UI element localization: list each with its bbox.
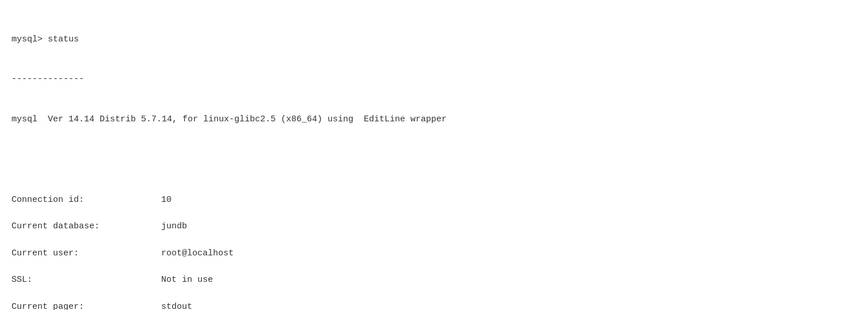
field-value: Not in use	[161, 275, 213, 285]
status-field-row: SSL:Not in use	[12, 273, 856, 286]
status-fields: Connection id:10 Current database:jundb …	[12, 193, 856, 311]
status-field-row: Connection id:10	[12, 193, 856, 206]
separator-top: --------------	[12, 72, 856, 86]
field-label: Current pager:	[12, 300, 161, 311]
field-value: root@localhost	[161, 248, 234, 258]
field-label: SSL:	[12, 273, 161, 286]
field-label: Current database:	[12, 220, 161, 233]
field-value: 10	[161, 195, 172, 205]
field-label: Current user:	[12, 247, 161, 260]
status-field-row: Current pager:stdout	[12, 300, 856, 311]
status-field-row: Current user:root@localhost	[12, 247, 856, 260]
field-value: jundb	[161, 221, 187, 231]
terminal-output: mysql> status -------------- mysql Ver 1…	[12, 6, 856, 310]
version-line: mysql Ver 14.14 Distrib 5.7.14, for linu…	[12, 113, 856, 126]
blank-line-1	[12, 153, 856, 166]
field-label: Connection id:	[12, 193, 161, 206]
status-field-row: Current database:jundb	[12, 220, 856, 233]
field-value: stdout	[161, 302, 192, 311]
prompt-line: mysql> status	[12, 33, 856, 46]
